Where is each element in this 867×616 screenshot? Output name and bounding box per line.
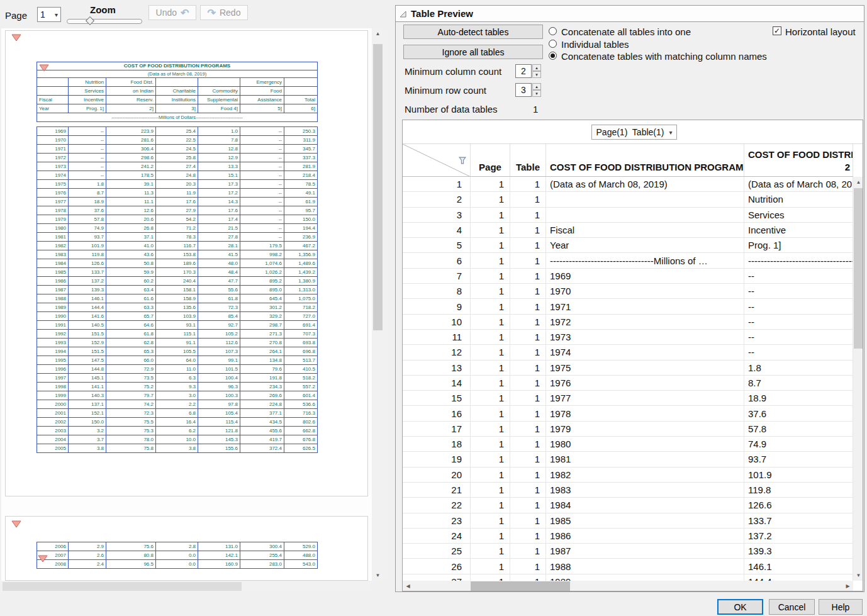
pdf-detected-table[interactable]: 20062.975.62.8131.0300.4529.020072.680.8… bbox=[36, 542, 318, 569]
grid-header-col2[interactable]: COST OF FOOD DISTRI 2 bbox=[744, 144, 853, 176]
scroll-thumb[interactable] bbox=[854, 188, 863, 349]
ok-button[interactable]: OK bbox=[717, 599, 763, 615]
radio-concatenate-all[interactable] bbox=[549, 27, 557, 35]
min-row-count-input[interactable]: 3 bbox=[515, 83, 532, 97]
scroll-left-arrow[interactable]: ◀ bbox=[403, 581, 413, 591]
spinner-up-icon[interactable]: ▲ bbox=[532, 64, 541, 71]
table-row[interactable]: 8111970-- bbox=[403, 284, 853, 299]
min-column-count-input[interactable]: 2 bbox=[515, 64, 532, 78]
pdf-cell: 601.4 bbox=[284, 391, 318, 400]
table-row[interactable]: 111(Data as of March 08, 2019)(Data as o… bbox=[403, 177, 853, 192]
pdf-cell: 2003 bbox=[37, 427, 69, 435]
filter-funnel-icon[interactable] bbox=[459, 157, 466, 164]
table-row[interactable]: 21111983119.8 bbox=[403, 483, 853, 498]
table-row[interactable]: 10111972-- bbox=[403, 315, 853, 330]
table-row[interactable]: 611---------------------------------Mill… bbox=[403, 253, 853, 268]
scroll-down-arrow[interactable]: ▼ bbox=[372, 570, 383, 581]
pdf-cell: 27.8 bbox=[198, 233, 240, 242]
ignore-all-tables-button[interactable]: Ignore all tables bbox=[403, 45, 543, 59]
table-row[interactable]: 511YearProg. 1] bbox=[403, 238, 853, 253]
table-marker-icon[interactable] bbox=[11, 34, 21, 42]
pdf-cell: 707.3 bbox=[284, 330, 318, 339]
grid-vertical-scrollbar[interactable]: ▲ ▼ bbox=[853, 177, 863, 581]
spinner-down-icon[interactable]: ▼ bbox=[532, 90, 541, 97]
table-marker-icon[interactable] bbox=[39, 64, 49, 72]
cancel-button[interactable]: Cancel bbox=[769, 599, 815, 615]
min-column-count-stepper[interactable]: ▲ ▼ bbox=[532, 64, 541, 78]
pdf-cell: 116.7 bbox=[156, 242, 198, 250]
radio-concatenate-all-label[interactable]: Concatenate all tables into one bbox=[561, 26, 691, 37]
spinner-down-icon[interactable]: ▼ bbox=[532, 71, 541, 78]
page-cell: 1 bbox=[471, 345, 510, 359]
min-row-count-stepper[interactable]: ▲ ▼ bbox=[532, 83, 541, 97]
pdf-cell: 101.5 bbox=[198, 365, 240, 374]
table-row[interactable]: 1511197718.9 bbox=[403, 391, 853, 406]
table-row[interactable]: 7111969-- bbox=[403, 269, 853, 284]
pdf-cell bbox=[37, 78, 69, 87]
table-row[interactable]: 12111974-- bbox=[403, 345, 853, 360]
auto-detect-tables-button[interactable]: Auto-detect tables bbox=[403, 25, 543, 39]
radio-concatenate-matching[interactable] bbox=[549, 52, 557, 60]
redo-button[interactable]: ↷ Redo bbox=[200, 5, 248, 20]
radio-individual-tables-label[interactable]: Individual tables bbox=[561, 39, 629, 50]
pdf-cell: 105.4 bbox=[198, 409, 240, 418]
scroll-right-arrow[interactable]: ▶ bbox=[842, 581, 853, 591]
radio-concatenate-matching-label[interactable]: Concatenate tables with matching column … bbox=[561, 51, 767, 62]
table-row[interactable]: 23111985133.7 bbox=[403, 513, 853, 529]
pdf-cell: Services bbox=[69, 87, 106, 96]
zoom-slider-track[interactable] bbox=[67, 19, 142, 24]
table-row[interactable]: 1611197837.6 bbox=[403, 406, 853, 421]
grid-header-page[interactable]: Page bbox=[471, 144, 510, 176]
scroll-up-arrow[interactable]: ▲ bbox=[372, 28, 383, 39]
table-row[interactable]: 131119751.8 bbox=[403, 361, 853, 376]
pdf-cell: Assistance bbox=[240, 96, 284, 104]
pdf-cell: 133.7 bbox=[69, 268, 106, 277]
pdf-cell: (Data as of March 08, 2019) bbox=[37, 70, 318, 78]
table-row[interactable]: 24111986137.2 bbox=[403, 529, 853, 544]
pdf-cell: 1984 bbox=[37, 259, 69, 268]
pdf-cell: 1971 bbox=[37, 145, 69, 154]
pdf-cell: Nutrition bbox=[69, 78, 106, 87]
pdf-cell: 1981 bbox=[37, 233, 69, 242]
radio-individual-tables[interactable] bbox=[549, 40, 557, 48]
grid-header-table[interactable]: Table bbox=[510, 144, 546, 176]
table-row[interactable]: 141119768.7 bbox=[403, 376, 853, 391]
scroll-thumb[interactable] bbox=[471, 581, 570, 591]
table-row[interactable]: 411FiscalIncentive bbox=[403, 223, 853, 238]
pdf-cell: -- bbox=[69, 154, 106, 162]
scroll-down-arrow[interactable]: ▼ bbox=[853, 570, 863, 581]
scroll-thumb[interactable] bbox=[3, 582, 242, 591]
help-button[interactable]: Help bbox=[819, 599, 863, 615]
pdf-detected-table[interactable]: COST OF FOOD DISTRIBUTION PROGRAMS(Data … bbox=[36, 62, 318, 453]
table-row[interactable]: 22111984126.6 bbox=[403, 498, 853, 513]
table-row[interactable]: 26111988146.1 bbox=[403, 559, 853, 574]
table-row[interactable]: 1911198193.7 bbox=[403, 452, 853, 467]
grid-header-col1[interactable]: COST OF FOOD DISTRIBUTION PROGRAMS bbox=[546, 144, 744, 176]
grid-corner-cell[interactable] bbox=[403, 144, 471, 176]
row-number-cell: 13 bbox=[403, 361, 471, 375]
scroll-thumb[interactable] bbox=[373, 44, 383, 330]
table-marker-icon[interactable] bbox=[11, 520, 21, 528]
table-selector-dropdown[interactable]: Page(1) Table(1) ▾ bbox=[591, 125, 677, 140]
spinner-up-icon[interactable]: ▲ bbox=[532, 83, 541, 90]
table-row[interactable]: 27111989144.4 bbox=[403, 574, 853, 581]
horizontal-layout-checkbox[interactable]: ✓ bbox=[773, 26, 781, 35]
table-row[interactable]: 1811198074.9 bbox=[403, 437, 853, 452]
table-marker-icon[interactable] bbox=[38, 555, 48, 563]
table-row[interactable]: 20111982101.9 bbox=[403, 468, 853, 483]
collapse-triangle-icon[interactable] bbox=[399, 10, 407, 18]
grid-horizontal-scrollbar[interactable]: ◀ ▶ bbox=[403, 581, 853, 591]
page-select[interactable]: 1 ▾ bbox=[37, 7, 61, 22]
table-row[interactable]: 9111971-- bbox=[403, 299, 853, 314]
col1-cell: 1979 bbox=[546, 422, 744, 436]
undo-button[interactable]: Undo ↶ bbox=[148, 5, 196, 20]
table-row[interactable]: 11111973-- bbox=[403, 330, 853, 345]
scroll-up-arrow[interactable]: ▲ bbox=[853, 177, 863, 188]
table-row[interactable]: 25111987139.3 bbox=[403, 544, 853, 559]
document-vertical-scrollbar[interactable]: ▲ ▼ bbox=[372, 28, 383, 581]
horizontal-layout-label[interactable]: Horizontal layout bbox=[785, 26, 856, 37]
table-row[interactable]: 211Nutrition bbox=[403, 192, 853, 207]
table-row[interactable]: 1711197957.8 bbox=[403, 422, 853, 437]
table-row[interactable]: 311Services bbox=[403, 208, 853, 223]
document-horizontal-scrollbar[interactable] bbox=[1, 581, 371, 591]
